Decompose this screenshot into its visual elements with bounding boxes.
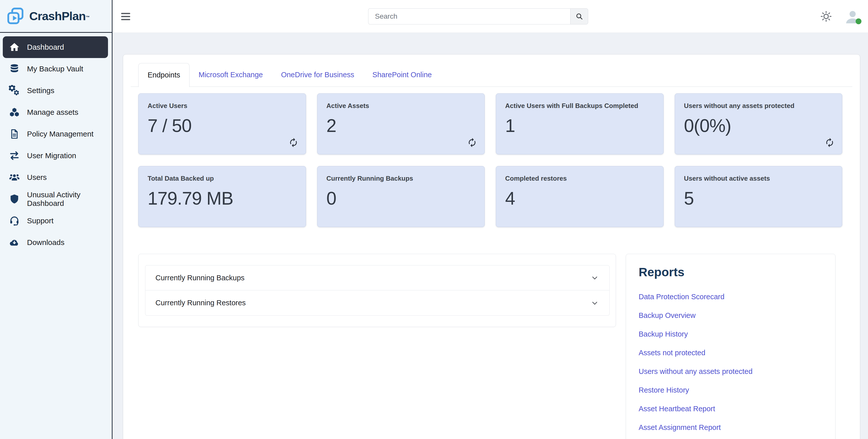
search-button[interactable]: [570, 8, 588, 25]
stat-card-label: Active Users with Full Backups Completed: [505, 102, 654, 110]
accordion-currently-running-backups[interactable]: Currently Running Backups: [145, 265, 610, 290]
user-avatar[interactable]: [844, 8, 861, 25]
stat-card-value: 7 / 50: [148, 115, 297, 136]
sidebar-item-support[interactable]: Support: [3, 210, 108, 231]
report-link-backup-overview[interactable]: Backup Overview: [639, 311, 696, 319]
accordion-label: Currently Running Backups: [155, 274, 245, 282]
reports-title: Reports: [639, 265, 823, 279]
sidebar-item-label: Unusual Activity Dashboard: [27, 190, 108, 208]
sidebar-item-label: My Backup Vault: [27, 65, 83, 73]
sidebar-item-settings[interactable]: Settings: [3, 80, 108, 101]
sidebar: CrashPlan™ Dashboard My Backup Vault: [0, 0, 113, 439]
sidebar-item-unusual-activity-dashboard[interactable]: Unusual Activity Dashboard: [3, 188, 108, 210]
search-input[interactable]: [368, 8, 570, 25]
refresh-icon: [825, 137, 835, 148]
sidebar-item-label: Support: [27, 217, 54, 225]
hamburger-icon-bar: [121, 19, 130, 20]
tab-endpoints[interactable]: Endpoints: [138, 63, 189, 87]
tab-microsoft-exchange[interactable]: Microsoft Exchange: [189, 71, 272, 79]
content-panel: Endpoints Microsoft Exchange OneDrive fo…: [123, 54, 860, 439]
refresh-icon: [467, 137, 477, 148]
accordion-currently-running-restores[interactable]: Currently Running Restores: [145, 290, 610, 316]
menu-button[interactable]: [121, 10, 131, 23]
sidebar-item-manage-assets[interactable]: Manage assets: [3, 101, 108, 123]
stat-card-label: Currently Running Backups: [327, 175, 476, 182]
headset-icon: [8, 215, 20, 226]
hamburger-icon: [121, 13, 130, 14]
stat-card-label: Users without any assets protected: [684, 102, 833, 110]
cubes-icon: [8, 106, 20, 118]
report-link-assets-not-protected[interactable]: Assets not protected: [639, 349, 705, 357]
stat-card-label: Completed restores: [505, 175, 654, 182]
sidebar-item-user-migration[interactable]: User Migration: [3, 145, 108, 166]
sidebar-item-label: User Migration: [27, 151, 76, 160]
reports-panel: Reports Data Protection Scorecard Backup…: [626, 254, 835, 439]
search-bar: [368, 8, 588, 25]
sidebar-item-label: Settings: [27, 86, 54, 95]
stat-card-value: 179.79 MB: [148, 188, 297, 209]
sidebar-item-my-backup-vault[interactable]: My Backup Vault: [3, 58, 108, 80]
stat-card-value: 4: [505, 188, 654, 209]
stat-card-label: Active Assets: [327, 102, 476, 110]
document-icon: [8, 128, 20, 140]
sidebar-item-downloads[interactable]: Downloads: [3, 231, 108, 253]
stat-card-completed-restores: Completed restores 4: [496, 166, 663, 227]
report-link-data-protection-scorecard[interactable]: Data Protection Scorecard: [639, 293, 724, 301]
sun-icon: [820, 10, 832, 23]
app-logo: CrashPlan™: [0, 0, 112, 33]
stat-card-label: Active Users: [148, 102, 297, 110]
report-list: Data Protection Scorecard Backup Overvie…: [639, 293, 823, 432]
stat-card-active-users: Active Users 7 / 50: [138, 93, 306, 154]
topbar: [113, 0, 868, 33]
shield-icon: [8, 193, 20, 205]
refresh-icon: [288, 137, 299, 148]
tab-onedrive-for-business[interactable]: OneDrive for Business: [272, 71, 363, 79]
sidebar-item-label: Users: [27, 173, 47, 182]
refresh-button[interactable]: [467, 137, 477, 148]
tab-sharepoint-online[interactable]: SharePoint Online: [363, 71, 441, 79]
report-link-backup-history[interactable]: Backup History: [639, 330, 688, 338]
theme-toggle-button[interactable]: [819, 10, 833, 23]
chevron-down-icon: [590, 299, 599, 308]
topbar-actions: [819, 0, 861, 33]
report-link-asset-assignment-report[interactable]: Asset Assignment Report: [639, 424, 721, 432]
stat-card-total-data-backed-up: Total Data Backed up 179.79 MB: [138, 166, 306, 227]
crashplan-logo-text: CrashPlan™: [29, 9, 90, 23]
stat-card-users-without-active-assets: Users without active assets 5: [675, 166, 842, 227]
crashplan-logo-icon: [5, 6, 25, 26]
sidebar-item-label: Manage assets: [27, 108, 78, 117]
sidebar-item-users[interactable]: Users: [3, 166, 108, 188]
home-icon: [8, 41, 20, 53]
running-activity-panel: Currently Running Backups Currently Runn…: [138, 254, 616, 327]
stat-card-value: 2: [327, 115, 476, 136]
stat-card-value: 5: [684, 188, 833, 209]
sidebar-item-label: Downloads: [27, 238, 64, 247]
stat-card-currently-running-backups: Currently Running Backups 0: [317, 166, 485, 227]
refresh-button[interactable]: [288, 137, 299, 148]
sidebar-item-dashboard[interactable]: Dashboard: [3, 36, 108, 58]
main-content: Endpoints Microsoft Exchange OneDrive fo…: [113, 33, 868, 439]
sidebar-item-label: Dashboard: [27, 43, 64, 52]
database-icon: [8, 63, 20, 75]
stat-card-label: Total Data Backed up: [148, 175, 297, 182]
transfer-arrows-icon: [8, 150, 20, 161]
sidebar-item-policy-management[interactable]: Policy Management: [3, 123, 108, 145]
report-link-users-without-any-assets-protected[interactable]: Users without any assets protected: [639, 367, 752, 375]
stat-card-active-assets: Active Assets 2: [317, 93, 485, 154]
gears-icon: [8, 85, 20, 96]
chevron-down-icon: [590, 273, 599, 282]
accordion-label: Currently Running Restores: [155, 299, 246, 307]
stat-cards-grid: Active Users 7 / 50 Active Assets 2 Acti…: [138, 93, 842, 227]
users-icon: [8, 171, 20, 183]
stat-card-value: 1: [505, 115, 654, 136]
sidebar-item-label: Policy Management: [27, 130, 93, 138]
report-link-asset-heartbeat-report[interactable]: Asset Heartbeat Report: [639, 405, 715, 413]
search-icon: [575, 12, 584, 21]
stat-card-value: 0: [327, 188, 476, 209]
refresh-button[interactable]: [824, 137, 835, 148]
sidebar-nav: Dashboard My Backup Vault: [0, 33, 112, 253]
online-status-dot: [856, 19, 862, 24]
stat-card-value: 0(0%): [684, 115, 833, 136]
report-link-restore-history[interactable]: Restore History: [639, 386, 689, 394]
stat-card-full-backups-completed: Active Users with Full Backups Completed…: [496, 93, 663, 154]
